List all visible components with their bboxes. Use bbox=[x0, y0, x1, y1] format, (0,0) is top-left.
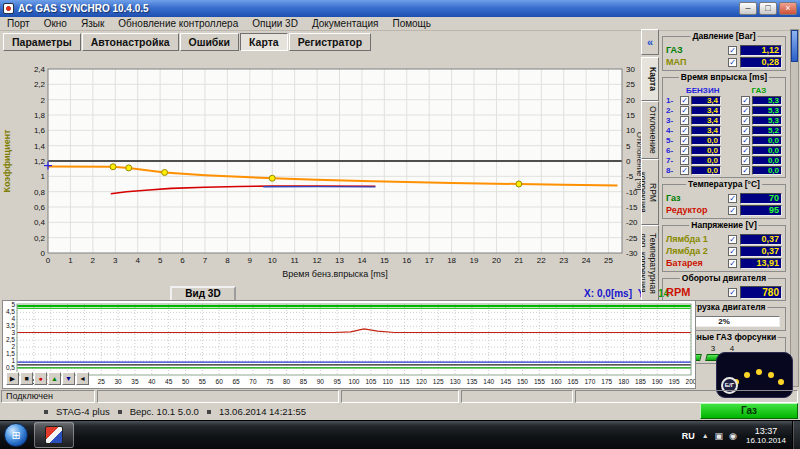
network-icon[interactable]: ▣ bbox=[712, 431, 727, 441]
volume-icon[interactable]: ◉ bbox=[726, 431, 740, 441]
maximize-button[interactable]: □ bbox=[759, 2, 777, 15]
gas-temperature-label: Газ bbox=[666, 193, 681, 203]
collapse-panel-button[interactable]: « bbox=[641, 29, 659, 55]
injection-column-headers: БЕНЗИН ГАЗ bbox=[666, 85, 782, 95]
injection-row-3: 3-3,45,3 bbox=[666, 115, 782, 125]
show-desktop-button[interactable] bbox=[792, 421, 800, 449]
lambda1-checkbox[interactable] bbox=[728, 235, 737, 244]
play-button[interactable]: ▶ bbox=[6, 372, 19, 385]
panel-scrollbar[interactable] bbox=[790, 29, 799, 387]
svg-text:90: 90 bbox=[317, 378, 325, 385]
gas-injector-4-checkbox[interactable] bbox=[741, 126, 750, 135]
svg-text:5: 5 bbox=[626, 142, 631, 151]
svg-text:1: 1 bbox=[41, 172, 46, 181]
recorder-chart[interactable]: 0510152025303540455055606570758085909510… bbox=[3, 301, 695, 388]
hidden-icons-arrow[interactable]: ▲ bbox=[699, 432, 712, 439]
petrol-injector-6-checkbox[interactable] bbox=[680, 146, 689, 155]
gas-temperature-checkbox[interactable] bbox=[728, 194, 737, 203]
injector-row-number-7: 7- bbox=[666, 156, 680, 165]
tab-autotune[interactable]: Автонастройка bbox=[82, 33, 179, 51]
menu-help[interactable]: Помощь bbox=[385, 17, 438, 30]
side-tab-deviation[interactable]: Отклонение bbox=[641, 101, 659, 159]
menu-window[interactable]: Окно bbox=[37, 17, 74, 30]
menu-documentation[interactable]: Документация bbox=[305, 17, 386, 30]
gas-petrol-switch[interactable]: Газ bbox=[700, 403, 798, 419]
svg-text:165: 165 bbox=[568, 378, 579, 385]
gas-injector-6-checkbox[interactable] bbox=[741, 146, 750, 155]
side-tab-map[interactable]: Карта bbox=[641, 57, 659, 101]
lambda2-checkbox[interactable] bbox=[728, 247, 737, 256]
temperature-title: Температура [°C] bbox=[686, 179, 762, 190]
svg-text:9: 9 bbox=[248, 256, 253, 265]
menu-options-3d[interactable]: Опции 3D bbox=[245, 17, 305, 30]
menu-update-controller[interactable]: Обновление контроллера bbox=[111, 17, 245, 30]
petrol-injector-4-checkbox[interactable] bbox=[680, 126, 689, 135]
rpm-checkbox[interactable] bbox=[728, 288, 737, 297]
marker-up-button[interactable]: ▲ bbox=[48, 372, 61, 385]
svg-text:125: 125 bbox=[433, 378, 444, 385]
pressure-title: Давление [Bar] bbox=[690, 31, 757, 42]
stop-button[interactable]: ■ bbox=[20, 372, 33, 385]
gas-injector-5-checkbox[interactable] bbox=[741, 136, 750, 145]
injection-time-title: Время впрыска [ms] bbox=[679, 72, 769, 83]
svg-text:150: 150 bbox=[517, 378, 528, 385]
svg-text:130: 130 bbox=[450, 378, 461, 385]
svg-text:-15: -15 bbox=[626, 203, 638, 212]
tab-map[interactable]: Карта bbox=[240, 33, 288, 51]
scroll-left-button[interactable]: ◄ bbox=[76, 372, 89, 385]
clock[interactable]: 13:37 16.10.2014 bbox=[740, 426, 792, 446]
pressure-group: Давление [Bar] ГАЗ 1,12 МАП 0,28 bbox=[662, 36, 786, 71]
tab-recorder[interactable]: Регистратор bbox=[289, 33, 371, 51]
svg-text:0,8: 0,8 bbox=[34, 188, 46, 197]
menu-port[interactable]: Порт bbox=[0, 17, 37, 30]
language-indicator[interactable]: RU bbox=[678, 431, 699, 441]
svg-text:45: 45 bbox=[165, 378, 173, 385]
petrol-injector-1-checkbox[interactable] bbox=[680, 96, 689, 105]
petrol-injector-3-checkbox[interactable] bbox=[680, 116, 689, 125]
petrol-injector-2-checkbox[interactable] bbox=[680, 106, 689, 115]
battery-checkbox[interactable] bbox=[728, 259, 737, 268]
taskbar-app-button[interactable] bbox=[34, 422, 74, 448]
side-tab-rpm-correction[interactable]: RPM коррекция bbox=[641, 159, 659, 225]
map-pressure-checkbox[interactable] bbox=[728, 58, 737, 67]
gas-injector-7-checkbox[interactable] bbox=[741, 156, 750, 165]
side-tab-strip: КартаОтклонениеRPM коррекцияТемпературна… bbox=[641, 57, 659, 301]
gas-pressure-label: ГАЗ bbox=[666, 45, 683, 55]
menu-language[interactable]: Язык bbox=[74, 17, 111, 30]
tab-parameters[interactable]: Параметры bbox=[3, 33, 81, 51]
panel-scrollbar-thumb[interactable] bbox=[791, 30, 798, 62]
svg-text:17: 17 bbox=[425, 256, 434, 265]
lambda1-row: Лямбда 1 0,37 bbox=[666, 233, 782, 245]
svg-text:6: 6 bbox=[180, 256, 185, 265]
start-button[interactable]: ⊞ bbox=[4, 423, 28, 447]
petrol-injector-8-checkbox[interactable] bbox=[680, 166, 689, 175]
side-tab-temperature-correction[interactable]: Температурная доп. коррекция bbox=[641, 225, 659, 301]
injector-row-number-6: 6- bbox=[666, 146, 680, 155]
record-button[interactable]: ● bbox=[34, 372, 47, 385]
gas-injector-2-checkbox[interactable] bbox=[741, 106, 750, 115]
ac-gas-synchro-window: AC GAS SYNCHRO 10.4.0.5 – □ × ПортОкноЯз… bbox=[0, 0, 800, 420]
petrol-injector-7-checkbox[interactable] bbox=[680, 156, 689, 165]
gas-injection-time-8: 0,0 bbox=[752, 166, 782, 175]
gas-injector-1-checkbox[interactable] bbox=[741, 96, 750, 105]
gas-injector-8-checkbox[interactable] bbox=[741, 166, 750, 175]
minimize-button[interactable]: – bbox=[739, 2, 757, 15]
gas-injector-3-checkbox[interactable] bbox=[741, 116, 750, 125]
firmware-version: Верс. 10.1 5.0.0 bbox=[130, 406, 199, 417]
svg-text:1,2: 1,2 bbox=[34, 157, 46, 166]
tab-errors[interactable]: Ошибки bbox=[180, 33, 240, 51]
reducer-temperature-checkbox[interactable] bbox=[728, 206, 737, 215]
svg-text:1,6: 1,6 bbox=[34, 126, 46, 135]
gas-pressure-value: 1,12 bbox=[740, 45, 782, 56]
injector-row-number-4: 4- bbox=[666, 126, 680, 135]
title-bar[interactable]: AC GAS SYNCHRO 10.4.0.5 – □ × bbox=[0, 0, 800, 17]
close-button[interactable]: × bbox=[779, 2, 797, 15]
svg-text:30: 30 bbox=[626, 65, 635, 74]
marker-down-button[interactable]: ▼ bbox=[62, 372, 75, 385]
injector-row-number-3: 3- bbox=[666, 116, 680, 125]
svg-text:24: 24 bbox=[582, 256, 591, 265]
petrol-injector-5-checkbox[interactable] bbox=[680, 136, 689, 145]
gas-pressure-checkbox[interactable] bbox=[728, 46, 737, 55]
coefficient-map-chart[interactable]: 0123456789101112131415161718192021222324… bbox=[0, 53, 642, 286]
svg-text:1: 1 bbox=[11, 357, 15, 364]
